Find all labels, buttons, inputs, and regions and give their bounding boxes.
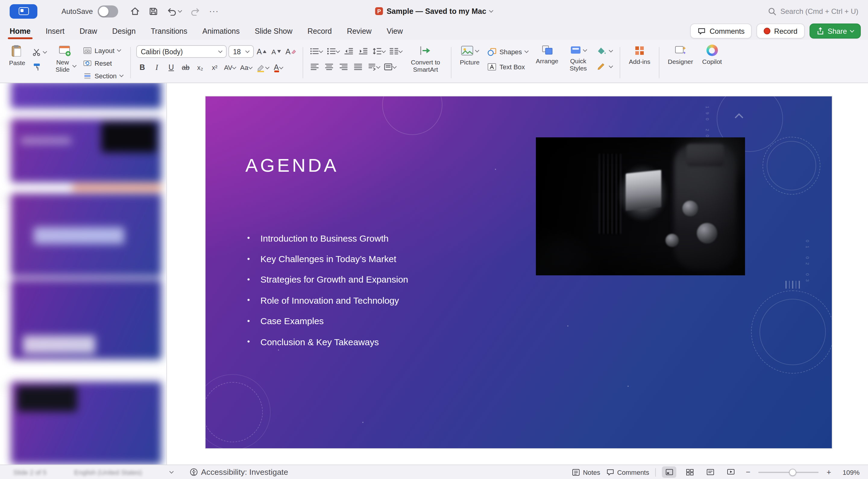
text-direction-button[interactable]: [367, 61, 381, 73]
strikethrough-button[interactable]: ab: [179, 61, 192, 73]
more-commands-button[interactable]: ···: [209, 7, 219, 16]
slide-5-thumbnail[interactable]: [11, 381, 161, 465]
agenda-bullet[interactable]: Case Examples: [247, 311, 408, 331]
clear-formatting-button[interactable]: A: [284, 45, 297, 58]
accessibility-button[interactable]: Accessibility: Investigate: [190, 468, 288, 477]
reading-view-button[interactable]: [703, 466, 717, 478]
shrink-font-button[interactable]: A: [270, 45, 282, 58]
app-window-button[interactable]: [10, 4, 37, 19]
slide-3-thumbnail[interactable]: [11, 193, 161, 277]
designer-button[interactable]: Designer: [665, 42, 696, 67]
section-button[interactable]: Section: [82, 70, 124, 81]
zoom-out-button[interactable]: −: [744, 468, 752, 477]
share-button[interactable]: Share: [809, 24, 861, 38]
comments-panel-button[interactable]: Comments: [607, 469, 649, 476]
copilot-button[interactable]: Copilot: [699, 42, 725, 67]
numbered-list-button[interactable]: [326, 45, 341, 57]
home-button[interactable]: [130, 7, 140, 16]
justify-button[interactable]: [352, 61, 365, 73]
agenda-bullet[interactable]: Introduction to Business Growth: [247, 228, 408, 249]
text-direction-icon: [368, 63, 376, 70]
shape-fill-button[interactable]: [595, 46, 615, 56]
add-ins-button[interactable]: Add-ins: [626, 42, 653, 67]
tab-review[interactable]: Review: [347, 22, 372, 40]
search-field[interactable]: Search (Cmd + Ctrl + U): [768, 7, 858, 15]
chevron-down-icon: [232, 65, 237, 69]
agenda-bullet[interactable]: Key Challenges in Today’s Market: [247, 249, 408, 269]
grow-font-button[interactable]: A: [255, 45, 268, 58]
redo-button[interactable]: [190, 7, 200, 15]
zoom-slider[interactable]: [758, 468, 818, 476]
agenda-bullet[interactable]: Conclusion & Key Takeaways: [247, 331, 408, 352]
increase-indent-button[interactable]: [357, 45, 370, 57]
slide-1-thumbnail[interactable]: [11, 83, 161, 108]
slide[interactable]: 190 200 210 01 02 03 AGENDA Introduction…: [206, 96, 832, 448]
paste-button[interactable]: Paste: [6, 42, 28, 68]
align-text-button[interactable]: [383, 61, 397, 73]
shapes-button[interactable]: Shapes: [485, 46, 530, 57]
comments-button[interactable]: Comments: [690, 24, 752, 38]
text-box-button[interactable]: Text Box: [485, 61, 530, 72]
tab-record[interactable]: Record: [307, 22, 332, 40]
line-spacing-button[interactable]: [371, 45, 386, 57]
convert-to-smartart-button[interactable]: Convert to SmartArt: [406, 42, 445, 75]
robot-image[interactable]: [536, 137, 745, 275]
slideshow-view-button[interactable]: [723, 466, 738, 478]
align-left-button[interactable]: [309, 61, 321, 73]
underline-button[interactable]: U: [165, 61, 178, 73]
columns-button[interactable]: [388, 45, 403, 57]
tab-draw[interactable]: Draw: [80, 22, 97, 40]
collapse-panel-chevron[interactable]: [169, 469, 173, 474]
slide-4-thumbnail[interactable]: [11, 280, 161, 360]
decrease-indent-button[interactable]: [342, 45, 355, 57]
bullet-list-button[interactable]: [309, 45, 324, 57]
language-button[interactable]: English (United States): [74, 469, 142, 476]
align-right-button[interactable]: [338, 61, 350, 73]
zoom-in-button[interactable]: +: [825, 468, 833, 477]
agenda-bullet-list[interactable]: Introduction to Business Growth Key Chal…: [247, 228, 408, 352]
picture-button[interactable]: Picture: [457, 42, 483, 67]
text-highlight-button[interactable]: [255, 61, 270, 73]
slide-2-thumbnail[interactable]: [11, 119, 161, 183]
quick-styles-button[interactable]: Quick Styles: [564, 42, 593, 73]
document-title[interactable]: Sample — Saved to my Mac: [375, 7, 493, 15]
reset-button[interactable]: Reset: [82, 58, 124, 68]
zoom-level[interactable]: 109%: [839, 469, 860, 476]
normal-view-button[interactable]: [662, 466, 676, 478]
cut-button[interactable]: [31, 47, 48, 57]
record-button[interactable]: Record: [757, 24, 805, 38]
tab-view[interactable]: View: [387, 22, 403, 40]
subscript-button[interactable]: x₂: [194, 61, 207, 73]
bold-button[interactable]: B: [136, 61, 149, 73]
tab-animations[interactable]: Animations: [203, 22, 240, 40]
slide-sorter-view-button[interactable]: [682, 466, 697, 478]
font-size-combobox[interactable]: 18: [228, 45, 253, 58]
character-spacing-button[interactable]: AV: [223, 61, 237, 73]
notes-button[interactable]: Notes: [572, 469, 600, 476]
agenda-bullet[interactable]: Role of Innovation and Technology: [247, 290, 408, 311]
superscript-button[interactable]: x²: [208, 61, 221, 73]
tab-design[interactable]: Design: [112, 22, 135, 40]
zoom-slider-knob[interactable]: [789, 469, 796, 476]
align-center-button[interactable]: [323, 61, 336, 73]
save-button[interactable]: [149, 7, 158, 16]
change-case-button[interactable]: Aa: [239, 61, 253, 73]
tab-transitions[interactable]: Transitions: [151, 22, 187, 40]
new-slide-button[interactable]: New Slide: [51, 42, 79, 75]
agenda-bullet[interactable]: Strategies for Growth and Expansion: [247, 269, 408, 290]
slide-title[interactable]: AGENDA: [245, 155, 339, 177]
autosave-toggle[interactable]: [98, 5, 118, 17]
tab-slide-show[interactable]: Slide Show: [255, 22, 292, 40]
presentation-window-icon: [19, 7, 29, 15]
undo-button[interactable]: [167, 7, 181, 15]
font-name-combobox[interactable]: Calibri (Body): [136, 45, 226, 58]
format-painter-button[interactable]: [31, 61, 48, 72]
layout-button[interactable]: Layout: [82, 45, 124, 56]
tab-insert[interactable]: Insert: [45, 22, 64, 40]
tab-home[interactable]: Home: [10, 22, 30, 40]
italic-button[interactable]: I: [150, 61, 163, 73]
chevron-down-icon: [609, 48, 613, 53]
shape-outline-button[interactable]: [595, 61, 615, 72]
font-color-button[interactable]: A: [272, 61, 284, 73]
arrange-button[interactable]: Arrange: [533, 42, 561, 66]
